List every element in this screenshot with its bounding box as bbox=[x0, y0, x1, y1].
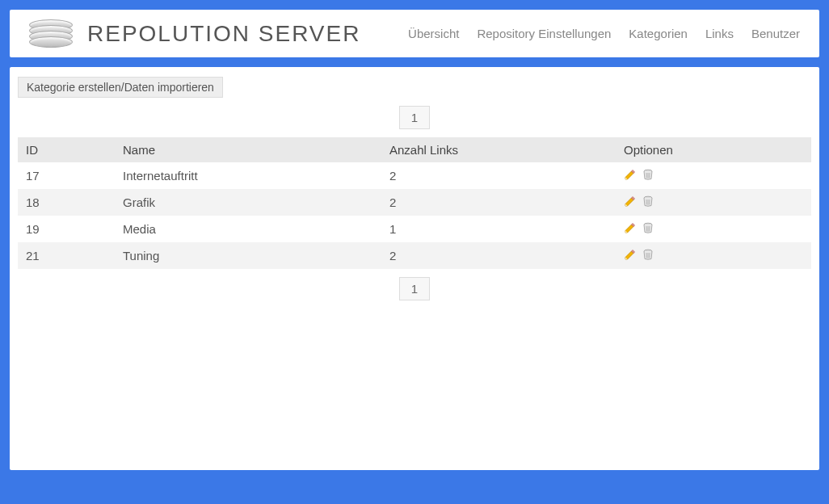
table-row: 18Grafik2 bbox=[18, 189, 811, 216]
table-row: 21Tuning2 bbox=[18, 242, 811, 269]
nav-overview[interactable]: Übersicht bbox=[408, 27, 459, 40]
content-panel: Kategorie erstellen/Daten importieren 1 … bbox=[10, 67, 819, 470]
cell-count: 2 bbox=[381, 242, 616, 269]
trash-icon[interactable] bbox=[642, 221, 654, 237]
cell-name: Tuning bbox=[115, 242, 381, 269]
trash-icon[interactable] bbox=[642, 248, 654, 263]
th-options: Optionen bbox=[616, 137, 811, 162]
logo[interactable]: REPOLUTiON SERVER bbox=[29, 19, 360, 48]
pager-top: 1 bbox=[18, 106, 811, 129]
top-nav: Übersicht Repository Einstellungen Kateg… bbox=[408, 27, 800, 40]
cell-id: 18 bbox=[18, 189, 115, 216]
cell-name: Media bbox=[115, 216, 381, 242]
nav-categories[interactable]: Kategorien bbox=[629, 27, 688, 40]
cell-name: Grafik bbox=[115, 189, 381, 216]
cell-count: 1 bbox=[381, 216, 616, 242]
pencil-icon[interactable] bbox=[624, 168, 637, 183]
th-name: Name bbox=[115, 137, 381, 162]
cell-name: Internetauftritt bbox=[115, 162, 381, 189]
th-count: Anzahl Links bbox=[381, 137, 616, 162]
cell-options bbox=[616, 242, 811, 269]
cell-id: 17 bbox=[18, 162, 115, 189]
nav-links[interactable]: Links bbox=[705, 27, 734, 40]
trash-icon[interactable] bbox=[642, 168, 654, 183]
pager-bottom: 1 bbox=[18, 277, 811, 300]
header-bar: REPOLUTiON SERVER Übersicht Repository E… bbox=[10, 10, 819, 57]
nav-repo-settings[interactable]: Repository Einstellungen bbox=[477, 27, 611, 40]
pencil-icon[interactable] bbox=[624, 221, 637, 237]
create-category-button[interactable]: Kategorie erstellen/Daten importieren bbox=[18, 77, 223, 98]
th-id: ID bbox=[18, 137, 115, 162]
cell-options bbox=[616, 162, 811, 189]
table-row: 17Internetauftritt2 bbox=[18, 162, 811, 189]
pencil-icon[interactable] bbox=[624, 195, 637, 210]
cell-options bbox=[616, 189, 811, 216]
cell-count: 2 bbox=[381, 162, 616, 189]
pencil-icon[interactable] bbox=[624, 248, 637, 263]
cell-count: 2 bbox=[381, 189, 616, 216]
trash-icon[interactable] bbox=[642, 195, 654, 210]
categories-table: ID Name Anzahl Links Optionen 17Internet… bbox=[18, 137, 811, 269]
page-button[interactable]: 1 bbox=[399, 106, 430, 129]
database-icon bbox=[29, 19, 73, 48]
cell-id: 19 bbox=[18, 216, 115, 242]
cell-options bbox=[616, 216, 811, 242]
app-title: REPOLUTiON SERVER bbox=[87, 21, 360, 47]
cell-id: 21 bbox=[18, 242, 115, 269]
page-button[interactable]: 1 bbox=[399, 277, 430, 300]
nav-users[interactable]: Benutzer bbox=[751, 27, 800, 40]
table-row: 19Media1 bbox=[18, 216, 811, 242]
